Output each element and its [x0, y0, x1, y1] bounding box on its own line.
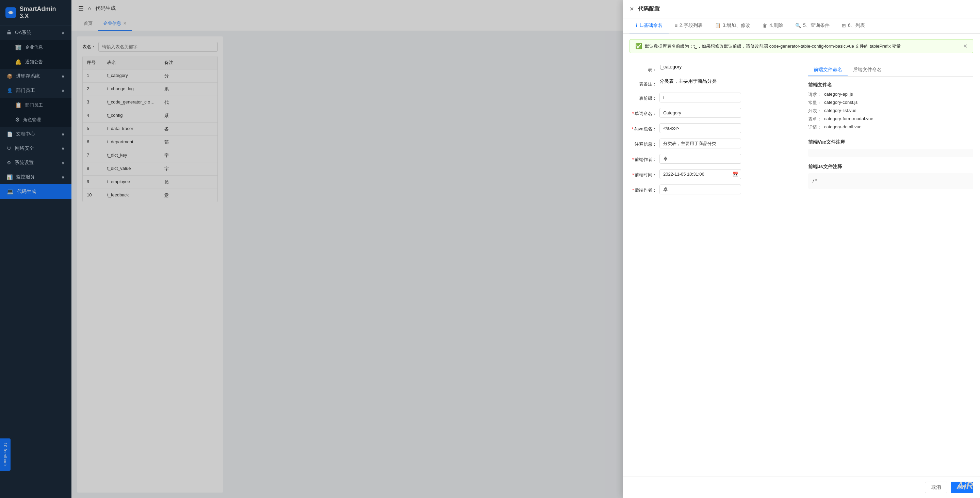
frontend-time-label: 前端时间：: [630, 169, 657, 178]
cancel-button[interactable]: 取消: [925, 482, 947, 493]
word-input[interactable]: [659, 108, 741, 118]
remark-value: 分类表，主要用于商品分类: [659, 78, 717, 84]
js-comment-title: 前端Js文件注释: [808, 164, 973, 170]
word-label: 单词命名：: [630, 108, 657, 117]
modal-tabs: ℹ 1.基础命名 ≡ 2.字段列表 📋 3.增加、修改 🗑 4.删除 🔍 5、查…: [623, 18, 980, 34]
remark-label: 表备注：: [630, 78, 657, 87]
frontend-time-input[interactable]: [659, 169, 741, 179]
add-edit-tab-icon: 📋: [715, 23, 721, 28]
add-edit-tab-label: 3.增加、修改: [723, 22, 751, 29]
modal-code-config: ✕ 代码配置 ℹ 1.基础命名 ≡ 2.字段列表 📋 3.增加、修改 🗑 4.删…: [623, 0, 980, 498]
vue-comment-section: 前端Vue文件注释: [808, 139, 973, 157]
watermark: AiR: [957, 480, 973, 491]
fields-tab-label: 2.字段列表: [679, 22, 703, 29]
modal-close-button[interactable]: ✕: [630, 6, 634, 12]
modal-tab-query[interactable]: 🔍 5、查询条件: [789, 18, 836, 33]
alert-prefix: ✅ 默认数据库表名前缀为：t_，如果想修改默认前缀，请修改前端 code-gen…: [630, 39, 973, 53]
file-name-tab-backend[interactable]: 后端文件命名: [848, 64, 887, 76]
alert-success-icon: ✅: [635, 43, 642, 49]
form-row-frontend-time: 前端时间： 📅: [630, 169, 795, 179]
backend-author-input[interactable]: [659, 185, 741, 194]
comment-label: 注释信息：: [630, 138, 657, 147]
form-left: 表： t_category 表备注： 分类表，主要用于商品分类 表前缀： 单词命…: [630, 64, 795, 196]
query-tab-icon: 🔍: [795, 23, 801, 28]
file-item-const: 常量： category-const.js: [808, 100, 973, 106]
basic-tab-label: 1.基础命名: [640, 22, 662, 29]
modal-footer: 取消 保存: [623, 477, 980, 498]
modal-title: 代码配置: [638, 5, 660, 13]
file-item-detail: 详情： category-detail.vue: [808, 124, 973, 130]
basic-tab-icon: ℹ: [636, 23, 637, 28]
form-row-comment: 注释信息：: [630, 138, 795, 148]
delete-tab-label: 4.删除: [769, 22, 783, 29]
modal-tab-delete[interactable]: 🗑 4.删除: [756, 18, 789, 33]
modal-tab-basic[interactable]: ℹ 1.基础命名: [630, 18, 669, 33]
modal-tab-add-edit[interactable]: 📋 3.增加、修改: [709, 18, 757, 33]
form-right: 前端文件命名 后端文件命名 前端文件名 请求： category-api.js …: [808, 64, 973, 196]
modal-tab-fields[interactable]: ≡ 2.字段列表: [669, 18, 709, 33]
modal-body: ✅ 默认数据库表名前缀为：t_，如果想修改默认前缀，请修改前端 code-gen…: [623, 34, 980, 477]
prefix-label: 表前缀：: [630, 92, 657, 102]
alert-text: 默认数据库表名前缀为：t_，如果想修改默认前缀，请修改前端 code-gener…: [645, 43, 901, 49]
comment-input[interactable]: [659, 138, 741, 148]
frontend-author-input[interactable]: [659, 154, 741, 164]
file-item-form: 表单： category-form-modal.vue: [808, 116, 973, 122]
form-row-frontend-author: 前端作者：: [630, 154, 795, 164]
file-name-tab-frontend[interactable]: 前端文件命名: [808, 64, 848, 76]
form-row-java: Java包名：: [630, 123, 795, 133]
js-comment-code: /*: [808, 173, 973, 189]
file-item-request: 请求： category-api.js: [808, 92, 973, 98]
frontend-files-title: 前端文件名: [808, 82, 973, 88]
modal-form: 表： t_category 表备注： 分类表，主要用于商品分类 表前缀： 单词命…: [623, 59, 980, 201]
file-name-tabs: 前端文件命名 后端文件命名: [808, 64, 973, 76]
table-label: 表：: [630, 64, 657, 73]
file-item-list: 列表： category-list.vue: [808, 108, 973, 114]
form-row-word: 单词命名：: [630, 108, 795, 118]
vue-comment-title: 前端Vue文件注释: [808, 139, 973, 145]
modal-header: ✕ 代码配置: [623, 0, 980, 18]
vue-comment-code: [808, 149, 973, 157]
java-input[interactable]: [659, 123, 741, 133]
backend-author-label: 后端作者：: [630, 185, 657, 193]
prefix-input[interactable]: [659, 92, 741, 102]
js-comment-section: 前端Js文件注释 /*: [808, 164, 973, 189]
form-row-remark: 表备注： 分类表，主要用于商品分类: [630, 78, 795, 87]
query-tab-label: 5、查询条件: [803, 22, 830, 29]
form-row-table: 表： t_category: [630, 64, 795, 73]
table-value: t_category: [659, 64, 682, 70]
form-row-backend-author: 后端作者：: [630, 185, 795, 194]
form-row-prefix: 表前缀：: [630, 92, 795, 102]
fields-tab-icon: ≡: [675, 23, 678, 28]
calendar-icon: 📅: [733, 172, 738, 177]
list-tab-icon: ⊞: [842, 23, 846, 28]
modal-tab-list[interactable]: ⊞ 6、列表: [836, 18, 871, 33]
frontend-files-section: 前端文件名 请求： category-api.js 常量： category-c…: [808, 82, 973, 132]
frontend-author-label: 前端作者：: [630, 154, 657, 163]
delete-tab-icon: 🗑: [762, 23, 767, 28]
alert-close-button[interactable]: ✕: [963, 43, 967, 49]
java-label: Java包名：: [630, 123, 657, 132]
list-tab-label: 6、列表: [848, 22, 865, 29]
